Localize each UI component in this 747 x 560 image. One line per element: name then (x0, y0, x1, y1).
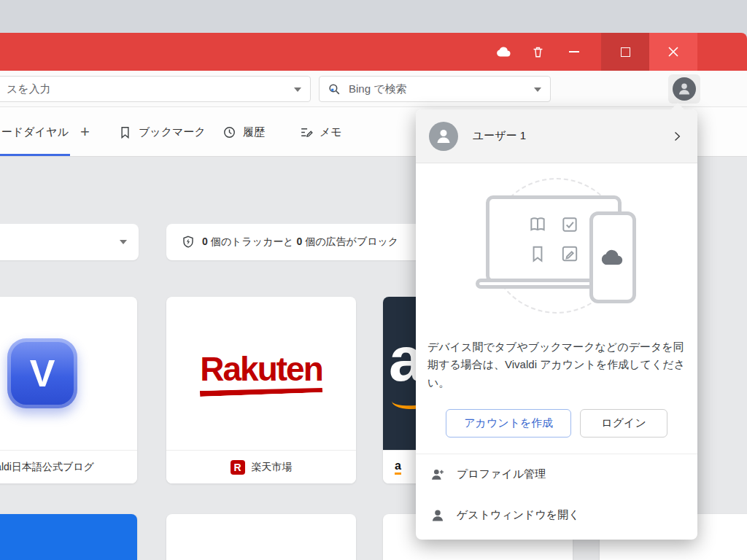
history-label: 履歴 (243, 125, 265, 139)
sync-description: デバイス間でタブやブックマークなどのデータを同期する場合は、Vivaldi アカ… (427, 338, 686, 392)
book-icon (528, 215, 547, 234)
bookmarks-label: ブックマーク (139, 125, 206, 139)
menu-item-label: プロファイル管理 (457, 467, 546, 481)
person-icon (430, 508, 445, 523)
active-tab-underline (0, 154, 70, 156)
maximize-icon (621, 47, 630, 57)
blocker-text: 0 個のトラッカーと 0 個の広告がブロック (202, 236, 398, 249)
tab-history[interactable]: 履歴 (222, 107, 265, 157)
bookmark-icon (528, 244, 547, 263)
speed-dial-tile-row2-b[interactable] (166, 514, 356, 560)
clock-icon (222, 125, 236, 139)
maximize-button[interactable] (601, 33, 649, 71)
sync-illustration (416, 174, 697, 321)
minimize-icon (569, 51, 579, 52)
popup-user-name: ユーザー 1 (473, 129, 670, 143)
close-icon (667, 46, 679, 58)
speed-dial-label: ードダイヤル (1, 125, 69, 139)
speed-dial-tile-rakuten[interactable]: Rakuten R 楽天市場 (166, 297, 356, 483)
tile-thumbnail-graphic (693, 534, 747, 560)
plus-icon: + (80, 122, 90, 141)
address-placeholder: スを入力 (7, 82, 51, 96)
login-button[interactable]: ログイン (580, 409, 667, 438)
profile-button[interactable] (668, 74, 700, 104)
rakuten-tile-thumb: Rakuten (166, 297, 356, 450)
sync-data-icons (528, 215, 579, 263)
rakuten-wordmark: Rakuten (200, 352, 322, 386)
speed-dial-tile-blue[interactable] (0, 514, 137, 560)
shield-bolt-icon (181, 235, 196, 249)
titlebar (0, 33, 747, 71)
phone-graphic (589, 211, 636, 303)
tab-notes[interactable]: メモ (299, 107, 342, 157)
rakuten-favicon: R (231, 460, 245, 475)
vivaldi-caption-text: valdi日本語公式ブログ (0, 461, 94, 474)
sync-status-button[interactable] (487, 33, 521, 71)
search-icon (328, 82, 341, 96)
pencil-square-icon (560, 244, 579, 263)
checkbox-icon (560, 215, 579, 234)
cloud-icon (600, 245, 625, 270)
minimize-button[interactable] (557, 33, 591, 71)
menu-item-guest-window[interactable]: ゲストウィンドウを開く (416, 495, 697, 536)
trash-icon (531, 45, 545, 59)
search-engine-dropdown-icon[interactable] (534, 88, 541, 92)
speed-dial-group-dropdown[interactable] (0, 224, 139, 260)
create-account-button[interactable]: アカウントを作成 (446, 409, 571, 438)
chevron-right-icon[interactable] (670, 129, 684, 144)
address-toolbar: スを入力 Bing で検索 (0, 71, 747, 107)
trash-closed-tabs-button[interactable] (521, 33, 554, 71)
profile-popup: ユーザー 1 デバイス間でタブやブックマークなどのデータを同期する場合は、Viv… (416, 109, 697, 540)
tile-caption: valdi日本語公式ブログ (0, 450, 137, 483)
add-speed-dial-button[interactable]: + (80, 107, 90, 157)
speed-dial-tile-vivaldi[interactable]: V valdi日本語公式ブログ (0, 297, 137, 483)
popup-buttons: アカウントを作成 ログイン (416, 409, 697, 438)
menu-item-label: ゲストウィンドウを開く (457, 508, 580, 522)
note-pencil-icon (299, 125, 313, 139)
person-icon (677, 82, 692, 96)
tile-caption: R 楽天市場 (166, 450, 356, 483)
address-bar-input[interactable]: スを入力 (0, 76, 311, 102)
tab-bookmarks[interactable]: ブックマーク (118, 107, 206, 157)
popup-user-row[interactable]: ユーザー 1 (416, 109, 697, 163)
notes-label: メモ (320, 125, 342, 139)
dropdown-arrow-icon (120, 240, 127, 244)
search-placeholder: Bing で検索 (349, 82, 407, 96)
close-button[interactable] (649, 33, 697, 71)
rakuten-caption-text: 楽天市場 (252, 461, 293, 474)
bookmark-icon (118, 125, 132, 139)
rakuten-underline (200, 386, 322, 397)
amazon-favicon: a (395, 459, 401, 475)
tab-speed-dial[interactable]: ードダイヤル (1, 107, 69, 157)
search-field[interactable]: Bing で検索 (319, 76, 551, 102)
popup-avatar (429, 122, 458, 151)
cloud-icon (496, 44, 512, 60)
vivaldi-tile-thumb: V (0, 297, 137, 450)
address-dropdown-icon[interactable] (294, 88, 301, 92)
menu-item-profile-management[interactable]: プロファイル管理 (416, 454, 697, 495)
avatar (673, 77, 696, 101)
person-plus-icon (430, 467, 445, 482)
person-icon (435, 128, 452, 145)
popup-menu: プロファイル管理 ゲストウィンドウを開く (416, 454, 697, 536)
screen: スを入力 Bing で検索 ードダイヤル + ブックマーク (0, 0, 747, 560)
vivaldi-logo-icon: V (7, 338, 77, 408)
